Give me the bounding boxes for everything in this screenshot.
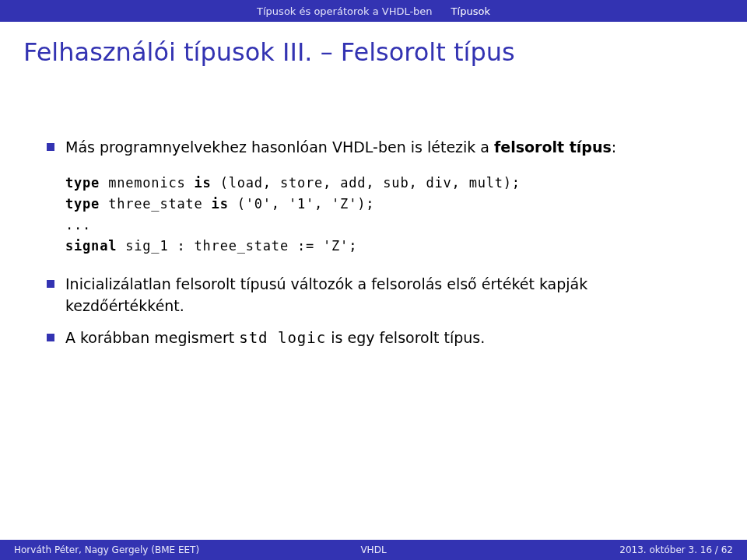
- footer-author: Horváth Péter, Nagy Gergely (BME EET): [0, 544, 254, 555]
- code-block: type mnemonics is (load, store, add, sub…: [65, 173, 700, 257]
- breadcrumb: Típusok és operátorok a VHDL-ben Típusok: [0, 0, 747, 22]
- slide-body: Más programnyelvekhez hasonlóan VHDL-ben…: [47, 137, 700, 349]
- square-bullet-icon: [47, 334, 54, 341]
- square-bullet-icon: [47, 280, 54, 288]
- breadcrumb-section: Típusok és operátorok a VHDL-ben: [257, 5, 433, 17]
- slide-footer: Horváth Péter, Nagy Gergely (BME EET) VH…: [0, 540, 747, 560]
- list-item: Inicializálatlan felsorolt típusú változ…: [47, 274, 700, 317]
- footer-title: VHDL: [254, 544, 493, 555]
- bullet-text: A korábban megismert std logic is egy fe…: [65, 327, 700, 349]
- list-item: A korábban megismert std logic is egy fe…: [47, 327, 700, 349]
- square-bullet-icon: [47, 143, 54, 151]
- breadcrumb-subsection: Típusok: [451, 5, 490, 17]
- page-title: Felhasználói típusok III. – Felsorolt tí…: [23, 37, 747, 67]
- bullet-text: Más programnyelvekhez hasonlóan VHDL-ben…: [65, 137, 700, 159]
- footer-page: 2013. október 3. 16 / 62: [493, 544, 747, 555]
- list-item: Más programnyelvekhez hasonlóan VHDL-ben…: [47, 137, 700, 159]
- bullet-text: Inicializálatlan felsorolt típusú változ…: [65, 274, 700, 317]
